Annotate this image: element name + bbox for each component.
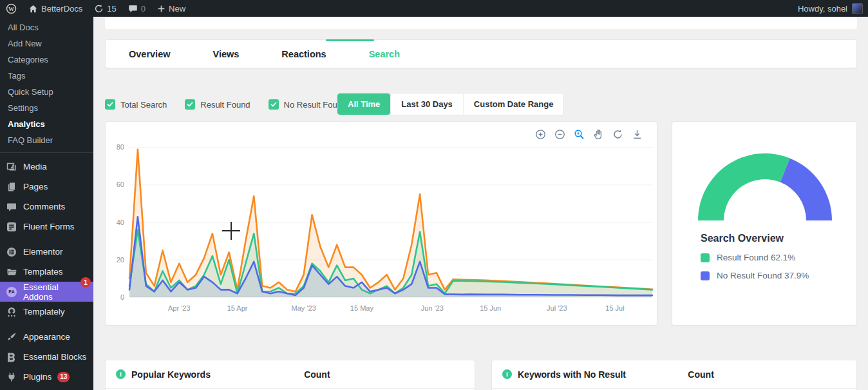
updates-menu[interactable]: 15 [88, 0, 122, 17]
wp-admin-bar: W BetterDocs 15 0 New Howdy, sohel [0, 0, 868, 17]
info-icon[interactable]: i [502, 369, 512, 379]
user-avatar[interactable] [852, 3, 863, 14]
zoom-in-icon[interactable] [535, 129, 546, 140]
sidebar-item-fluent-forms[interactable]: Fluent Forms [0, 217, 93, 237]
essential-addons-icon: EA [6, 286, 17, 298]
sidebar-item-faq-builder[interactable]: FAQ Builder [0, 132, 93, 148]
sidebar-item-comments[interactable]: Comments [0, 197, 93, 217]
sidebar-item-all-docs[interactable]: All Docs [0, 19, 93, 35]
checkbox-total-search[interactable]: Total Search [105, 99, 167, 110]
sidebar-item-label: Templately [23, 307, 65, 317]
sidebar-item-add-new[interactable]: Add New [0, 35, 93, 52]
sidebar-item-templates[interactable]: Templates [0, 262, 93, 282]
checkbox-no-result-found[interactable]: No Result Found [269, 99, 347, 110]
sidebar-item-analytics[interactable]: Analytics [0, 116, 93, 132]
sidebar-item-users[interactable]: Users [0, 387, 93, 390]
essential-blocks-icon [6, 351, 17, 363]
table-header: i Popular Keywords Count [106, 360, 475, 389]
comments-icon [128, 4, 138, 14]
svg-text:15 Jul: 15 Jul [605, 304, 624, 312]
range-last-30-days[interactable]: Last 30 Days [390, 93, 463, 115]
svg-text:May '23: May '23 [292, 304, 316, 312]
download-icon[interactable] [632, 129, 643, 140]
new-content-menu[interactable]: New [151, 0, 191, 17]
sidebar-item-label: Essential Blocks [23, 352, 86, 362]
count-column-header: Count [304, 369, 330, 380]
howdy-account-link[interactable]: Howdy, sohel [798, 4, 847, 14]
tab-overview[interactable]: Overview [126, 49, 173, 59]
folder-icon [6, 266, 17, 278]
fluent-forms-icon [6, 221, 17, 233]
sidebar-item-essential-addons[interactable]: EA Essential Addons 1 [0, 282, 93, 302]
sidebar-item-label: Plugins [23, 372, 52, 382]
admin-sidebar: All Docs Add New Categories Tags Quick S… [0, 17, 93, 390]
sidebar-item-label: Media [23, 162, 47, 171]
pages-icon [6, 181, 17, 193]
no-result-keywords-card: i Keywords with No Result Count [491, 360, 857, 390]
svg-text:40: 40 [117, 219, 124, 226]
menu-separator [0, 322, 93, 327]
tab-reactions[interactable]: Reactions [279, 49, 328, 59]
search-analytics-chart[interactable]: 020406080Apr '2315 AprMay '2315 MayJun '… [106, 122, 658, 329]
wordpress-logo-icon: W [6, 3, 17, 14]
search-analytics-chart-card: 020406080Apr '2315 AprMay '2315 MayJun '… [105, 121, 657, 326]
legend-swatch-blue [701, 271, 710, 280]
sidebar-item-elementor[interactable]: Elementor [0, 242, 93, 262]
info-icon[interactable]: i [116, 369, 126, 379]
legend-result-found: Result Found 62.1% [701, 253, 795, 262]
panning-hand-icon[interactable] [593, 129, 604, 140]
svg-text:80: 80 [117, 143, 124, 151]
search-overview-card: Search Overview Result Found 62.1% No Re… [672, 121, 857, 326]
previous-card-bottom [105, 17, 857, 29]
selection-zoom-icon[interactable] [574, 129, 585, 140]
sidebar-item-label: Comments [23, 202, 65, 211]
tab-search[interactable]: Search [366, 49, 402, 59]
essential-addons-badge: 1 [80, 277, 91, 288]
search-overview-donut[interactable] [672, 122, 858, 329]
svg-text:Jul '23: Jul '23 [547, 304, 567, 312]
sidebar-item-label: Fluent Forms [23, 222, 75, 231]
sidebar-item-media[interactable]: Media [0, 157, 93, 177]
count-column-header: Count [688, 369, 713, 380]
paintbrush-icon [6, 331, 17, 343]
reset-zoom-icon[interactable] [612, 129, 623, 140]
home-icon [28, 4, 38, 14]
sidebar-item-settings[interactable]: Settings [0, 100, 93, 116]
sidebar-item-templately[interactable]: Templately [0, 302, 93, 322]
popular-keywords-card: i Popular Keywords Count [105, 360, 475, 390]
sidebar-item-tags[interactable]: Tags [0, 68, 93, 84]
wp-logo-menu[interactable]: W [0, 0, 23, 17]
checkbox-label: Total Search [120, 100, 167, 110]
comments-menu[interactable]: 0 [122, 0, 151, 17]
site-menu[interactable]: BetterDocs [23, 0, 88, 17]
svg-text:15 May: 15 May [350, 304, 374, 312]
sidebar-item-appearance[interactable]: Appearance [0, 327, 93, 347]
plugin-icon [6, 371, 17, 383]
table-header: i Keywords with No Result Count [492, 360, 856, 389]
range-all-time[interactable]: All Time [337, 93, 390, 115]
table-title: Popular Keywords [131, 369, 211, 380]
sidebar-item-pages[interactable]: Pages [0, 177, 93, 197]
mouse-crosshair-cursor [222, 222, 240, 240]
updates-icon [94, 4, 104, 14]
tab-views[interactable]: Views [211, 49, 242, 59]
checkbox-result-found[interactable]: Result Found [185, 99, 250, 110]
active-tab-indicator [326, 39, 374, 41]
sidebar-item-plugins[interactable]: Plugins 13 [0, 367, 93, 387]
site-name: BetterDocs [41, 4, 82, 14]
sidebar-item-categories[interactable]: Categories [0, 52, 93, 68]
sidebar-item-quick-setup[interactable]: Quick Setup [0, 84, 93, 100]
svg-text:W: W [8, 5, 14, 12]
range-custom-date[interactable]: Custom Date Range [463, 93, 564, 115]
plugins-badge: 13 [57, 372, 70, 382]
date-range-selector: All Time Last 30 Days Custom Date Range [337, 93, 564, 115]
sidebar-item-label: Appearance [23, 332, 70, 342]
comments-count: 0 [141, 4, 146, 14]
svg-text:Apr '23: Apr '23 [168, 304, 191, 312]
search-overview-title: Search Overview [701, 233, 784, 244]
plus-icon [157, 5, 165, 13]
legend-swatch-green [701, 253, 710, 262]
sidebar-item-essential-blocks[interactable]: Essential Blocks [0, 347, 93, 367]
svg-text:15 Jun: 15 Jun [480, 304, 501, 312]
zoom-out-icon[interactable] [554, 129, 565, 140]
